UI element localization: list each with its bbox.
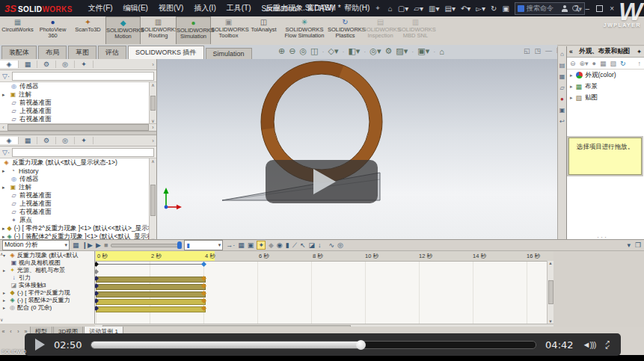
file-properties-icon[interactable]: ▣ [502, 4, 509, 13]
open-icon[interactable]: ▱▾ [414, 4, 423, 13]
tree-hscrollbar-top[interactable]: ‹› [0, 123, 156, 131]
changebar-gravity[interactable] [96, 284, 206, 290]
zoom-area-icon[interactable]: ⊖ [289, 46, 295, 56]
tree-item-front-plane[interactable]: ▱前视基准面 [0, 191, 156, 200]
motion-row-root[interactable]: ▾◈反重力现象 (默认<默认 [0, 251, 94, 259]
volume-icon[interactable]: ◄))) [583, 340, 596, 349]
view-palette-tab-icon[interactable]: ▣ [559, 107, 565, 114]
filter-funnel-icon[interactable]: ▽· [2, 149, 10, 156]
save-animation-icon[interactable]: ▦ [238, 241, 245, 249]
refresh-icon[interactable]: ↻ [620, 60, 626, 67]
play-from-start-icon[interactable]: ❙▶ [82, 241, 93, 249]
home-tab-icon[interactable]: ⌂ [560, 51, 564, 58]
video-play-button[interactable] [266, 160, 378, 203]
gravity-icon[interactable]: ↓ [318, 241, 322, 249]
addin-solidworks-inspection[interactable]: ▤SOLIDWORKS Inspection [363, 16, 398, 44]
add-key-icon[interactable]: ◆ [269, 241, 274, 249]
hide-show-items-icon[interactable]: ◎▾ [369, 46, 381, 56]
motion-timeline[interactable]: 0 秒 2 秒 4 秒 6 秒 8 秒 10 秒 12 秒 14 秒 16 秒 [95, 251, 553, 324]
timebar-root[interactable] [96, 264, 204, 269]
motor-icon[interactable]: ◉ [277, 241, 283, 249]
motion-row-camera-views[interactable]: ▣视向及相机视图 [0, 259, 94, 266]
tab-nav-next-icon[interactable]: › [15, 329, 22, 334]
close-icon[interactable]: × [610, 4, 614, 13]
progress-knob[interactable] [356, 340, 366, 350]
timeline-ruler[interactable]: 0 秒 2 秒 4 秒 6 秒 8 秒 10 秒 12 秒 14 秒 16 秒 [95, 251, 553, 262]
minimize-icon[interactable]: – [586, 4, 590, 13]
tree-filter-input[interactable] [12, 148, 154, 157]
tree-item-origin[interactable]: ⌖原点 [0, 216, 156, 224]
changebar-part2[interactable] [96, 299, 206, 305]
stop-icon[interactable]: ■ [104, 241, 108, 249]
tree-scroll-up-icon[interactable]: ∧ [0, 251, 3, 256]
zoom-timeline-icon[interactable]: ▾ [627, 241, 631, 249]
pin-icon[interactable]: ✦ [637, 48, 642, 55]
changebar-contact[interactable] [96, 291, 206, 297]
appearance-sphere-icon[interactable]: ● [592, 60, 596, 67]
motion-row-mates[interactable]: ▸◎配合 (0 冗余) [0, 303, 94, 311]
player-play-icon[interactable] [35, 339, 45, 351]
zoom-fit-icon[interactable]: ⊕ [278, 46, 285, 56]
viewport-next-window-icon[interactable]: ◳ [535, 47, 542, 55]
autokey-icon[interactable]: ✦ [257, 241, 266, 250]
apply-scene-icon[interactable]: ▨▾ [396, 46, 408, 56]
expand-arrow-icon[interactable]: ▸ [570, 84, 573, 90]
tab-solidworks-addins[interactable]: SOLIDWORKS 插件 [128, 46, 204, 59]
forward-icon[interactable]: ⊕▾ [580, 60, 589, 67]
expand-arrow-icon[interactable]: ▸ [570, 95, 573, 101]
contact-icon[interactable]: ◪ [309, 241, 316, 249]
menu-file[interactable]: 文件(F) [83, 3, 118, 13]
menu-view[interactable]: 视图(V) [153, 3, 188, 13]
dimxpert-tab-icon[interactable]: ◎ [56, 61, 75, 68]
force-icon[interactable]: ↖ [300, 241, 306, 249]
addin-solidworks-motion[interactable]: ◆SOLIDWORKS Motion [105, 16, 141, 44]
tree-item-annotations[interactable]: ▸▣注解 [0, 183, 156, 191]
previous-view-icon[interactable]: ◎ [299, 46, 307, 56]
motion-row-part2[interactable]: ▸◆(-) [ 零件2^反重力现 [0, 289, 94, 296]
propertymanager-tab-icon[interactable]: ▦ [19, 137, 37, 144]
slider-pin[interactable] [177, 241, 182, 249]
tab-nav-first-icon[interactable]: « [0, 329, 7, 334]
camera-icon[interactable]: ⌂ [439, 47, 444, 56]
filter-funnel-icon[interactable]: ▽· [2, 72, 10, 80]
save-icon[interactable]: ▥▾ [429, 4, 439, 13]
panel-expand-icon[interactable]: › [152, 61, 154, 68]
playback-speed-combo[interactable]: ▮▾ [184, 240, 223, 250]
tab-evaluate[interactable]: 评估 [98, 46, 126, 59]
tree-item-sensors[interactable]: ◎传感器 [0, 175, 156, 183]
changebar-subassembly2[interactable] [96, 306, 206, 312]
addin-solidworks-routing[interactable]: ▥SOLIDWORKS Routing [141, 16, 176, 44]
featuremanager-tab-icon[interactable]: ◈ [0, 61, 19, 68]
help-icon[interactable]: ? [574, 4, 579, 13]
play-icon[interactable]: ▶ [96, 241, 101, 249]
login-user-icon[interactable] [562, 5, 568, 11]
tab-sketch[interactable]: 草图 [68, 46, 96, 59]
tree-item-right-plane[interactable]: ▱右视基准面 [0, 208, 156, 216]
back-icon[interactable]: ⊖ [570, 60, 576, 67]
section-view-icon[interactable]: ◫ [310, 46, 318, 56]
select-arrow-icon[interactable]: ▻▾ [476, 4, 485, 13]
study-type-select[interactable]: Motion 分析▾ [2, 240, 70, 250]
tree-filter-input[interactable] [12, 72, 154, 81]
motion-row-gravity[interactable]: ↓引力 [0, 274, 94, 281]
addin-photoview-360[interactable]: ●PhotoView 360 [35, 16, 70, 44]
timeline-vscrollbar[interactable]: ▲▼ [547, 261, 553, 324]
motion-row-contact[interactable]: ◪实体接触3 [0, 281, 94, 289]
damper-icon[interactable]: ⟋ [292, 241, 297, 250]
tree-scroll-down-icon[interactable]: ∨ [0, 317, 3, 322]
up-icon[interactable]: ↑ [638, 60, 642, 67]
menu-pin-icon[interactable]: ✦ [375, 4, 381, 12]
addin-solidworks-toolbox[interactable]: ▣SOLIDWORKS Toolbox [211, 16, 246, 44]
addin-solidworks-mbd[interactable]: ▥SOLIDWORKS MBD SNL [398, 16, 433, 44]
menu-edit[interactable]: 编辑(E) [118, 3, 153, 13]
viewport-prev-window-icon[interactable]: ◱ [524, 47, 530, 55]
print-icon[interactable]: ▤▾ [444, 4, 455, 13]
spring-icon[interactable]: ▮ [286, 241, 289, 249]
configurationmanager-tab-icon[interactable]: ⚙ [37, 61, 56, 68]
timeline-position-slider[interactable] [111, 244, 181, 247]
viewport-minimize-icon[interactable]: — [545, 47, 552, 55]
tree-item-top-plane[interactable]: ▱上视基准面 [0, 200, 156, 208]
new-document-icon[interactable]: ▢▾ [398, 4, 408, 13]
configurationmanager-tab-icon[interactable]: ⚙ [37, 137, 56, 144]
displaymanager-tab-icon[interactable]: ✦ [75, 61, 93, 68]
